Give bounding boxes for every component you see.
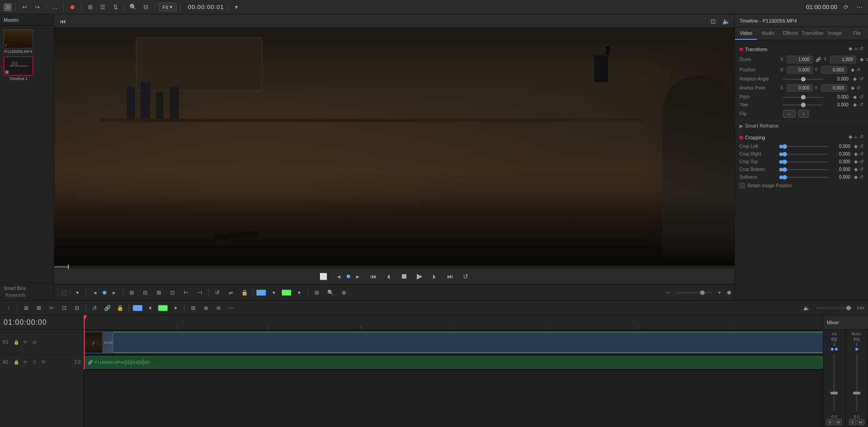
v1-lock-icon[interactable]: 🔒 [13, 339, 20, 346]
position-keyframe-icon[interactable]: ◆ [851, 67, 854, 73]
link-icon[interactable]: 🔗 [815, 56, 822, 63]
dropdown-btn[interactable]: ▾ [232, 2, 242, 12]
loop-btn[interactable]: ⬜ [318, 270, 329, 282]
anchor-x-input[interactable] [787, 84, 813, 92]
a1-fader[interactable] [833, 354, 835, 412]
position-y-input[interactable] [821, 66, 847, 74]
tl-link-btn[interactable]: 🔗 [102, 303, 112, 313]
transition-btn[interactable]: ⇌ [225, 287, 237, 299]
tl-snap-btn[interactable]: ⊞ [188, 303, 198, 313]
tl-smooth-btn[interactable]: ↺ [90, 303, 100, 313]
tab-audio[interactable]: Audio [757, 27, 779, 40]
flip-v-btn[interactable]: ↕ [798, 110, 809, 118]
overwrite-btn[interactable]: ⊢ [180, 287, 192, 299]
color-track-btn[interactable] [256, 289, 266, 296]
video-clip-extension[interactable] [113, 332, 823, 353]
anchor-reset-icon[interactable]: ↺ [856, 85, 860, 91]
tl-audio-clip[interactable]: 🔗 P1160056.MP4 [84, 356, 823, 369]
tl-zoom-in-btn[interactable]: ⊕ [201, 303, 211, 313]
preview-fullscreen-btn[interactable]: ⊡ [708, 16, 718, 26]
a1-visibility-icon[interactable]: 👁 [22, 359, 29, 366]
go-start-btn[interactable]: ⏮ [367, 270, 379, 282]
play-btn[interactable]: ▶ [414, 270, 425, 282]
media-item-timeline[interactable]: ▦ Timeline 1 [4, 57, 33, 81]
tl-select-btn[interactable]: ⊞ [21, 303, 31, 313]
crop-reset-icon[interactable]: ↺ [859, 134, 863, 141]
flip-h-btn[interactable]: ↔ [783, 110, 796, 118]
prev-btn[interactable]: ⏴ [383, 270, 395, 282]
tl-zoom-out-btn[interactable]: ⊖ [214, 303, 224, 313]
preview-progress-bar[interactable] [54, 266, 734, 268]
smart-reframe-row[interactable]: ▶ Smart Reframe [735, 121, 868, 130]
tl-volume-slider[interactable] [816, 307, 853, 309]
yaw-reset-icon[interactable]: ↺ [859, 102, 863, 108]
tl-color2-dropdown[interactable]: ▾ [171, 303, 181, 313]
a1-m-btn[interactable]: M [835, 419, 842, 425]
crop-plus-icon[interactable]: + [854, 134, 858, 141]
aspect-btn[interactable]: ⬚ [58, 287, 70, 299]
fit-dropdown[interactable]: Fit ▾ [158, 3, 176, 11]
lock-btn[interactable]: 🔒 [238, 287, 250, 299]
keywords-item[interactable]: Keywords [4, 291, 50, 298]
v1-mono-icon[interactable]: ⊞ [31, 339, 38, 346]
tl-more-btn[interactable]: ⋯ [226, 303, 236, 313]
bus1-m-btn[interactable]: M [857, 419, 864, 425]
undo-btn[interactable]: ↩ [19, 2, 29, 12]
retain-checkbox[interactable] [739, 183, 745, 188]
sort-btn[interactable]: ⇅ [110, 2, 120, 12]
tab-transition[interactable]: Transition [801, 27, 824, 40]
tl-video-clip[interactable]: ♪ P1160056.MP4 [84, 332, 113, 353]
tl-razor-btn[interactable]: ⊡ [59, 303, 69, 313]
pitch-keyframe-icon[interactable]: ◆ [853, 94, 857, 100]
more-btn[interactable]: ... [50, 2, 60, 12]
tab-file[interactable]: File [846, 27, 868, 40]
bus1-fader[interactable] [856, 354, 858, 412]
pitch-reset-icon[interactable]: ↺ [859, 94, 863, 100]
edit-select-btn[interactable]: ⊞ [126, 287, 138, 299]
go-end-btn[interactable]: ⏭ [444, 270, 456, 282]
crop-bottom-slider[interactable] [785, 169, 828, 170]
record-btn[interactable]: ⏺ [67, 2, 77, 12]
a1-eq-label[interactable]: EQ [831, 337, 837, 342]
next-frame-btn[interactable]: ▸ [352, 270, 364, 282]
rotation-keyframe-icon[interactable]: ◆ [853, 76, 857, 82]
tab-image[interactable]: Image [824, 27, 846, 40]
plus-icon[interactable]: + [854, 46, 858, 52]
replace-btn[interactable]: ⊣ [194, 287, 205, 299]
prev-frame-btn[interactable]: ◂ [333, 270, 345, 282]
zoom-slider[interactable] [676, 292, 712, 294]
dynamic-trim-btn[interactable]: ⊠ [153, 287, 165, 299]
zoom-reset-icon[interactable]: ↺ [865, 57, 868, 62]
a1-lock-icon[interactable]: 🔒 [13, 359, 20, 366]
settings-btn[interactable]: ⋯ [854, 2, 864, 12]
crop-top-reset-icon[interactable]: ↺ [859, 159, 863, 165]
zoom-keyframe-icon[interactable]: ◆ [860, 57, 863, 62]
bus1-eq-label[interactable]: EQ [854, 337, 859, 342]
tl-cut-btn[interactable]: ✂ [47, 303, 57, 313]
media-item-video[interactable]: ♪ P1160056.MP4 [4, 29, 33, 54]
trim-edit-btn[interactable]: ⊟ [139, 287, 151, 299]
crop-top-keyframe-icon[interactable]: ◆ [854, 159, 858, 165]
crop-left-slider[interactable] [785, 146, 828, 147]
a1-mute-icon[interactable]: M [40, 359, 47, 366]
crop-bottom-reset-icon[interactable]: ↺ [859, 166, 863, 172]
a1-solo-icon[interactable]: S [31, 359, 38, 366]
crop-keyframe-icon[interactable]: ◆ [849, 134, 852, 141]
softness-slider[interactable] [785, 177, 828, 178]
crop-left-reset-icon[interactable]: ↺ [859, 143, 863, 149]
position-reset-icon[interactable]: ↺ [856, 67, 860, 73]
insert-btn[interactable]: ⊡ [167, 287, 178, 299]
redo-btn[interactable]: ↪ [32, 2, 42, 12]
crop-top-slider[interactable] [785, 161, 828, 162]
stop-btn[interactable]: ⏹ [398, 270, 410, 282]
filter-btn[interactable]: ⊟ [141, 2, 151, 12]
softness-keyframe-icon[interactable]: ◆ [854, 174, 858, 180]
tl-color-btn[interactable] [133, 305, 143, 311]
minus-btn[interactable]: − [662, 287, 674, 299]
next-edit-btn[interactable]: ▸ [108, 287, 120, 299]
snap-btn[interactable]: ⊞ [311, 287, 323, 299]
anchor-keyframe-icon[interactable]: ◆ [851, 85, 854, 91]
tab-effects[interactable]: Effects [779, 27, 801, 40]
zoom-btn[interactable]: 🔍 [324, 287, 336, 299]
plus-btn[interactable]: + [714, 287, 725, 299]
